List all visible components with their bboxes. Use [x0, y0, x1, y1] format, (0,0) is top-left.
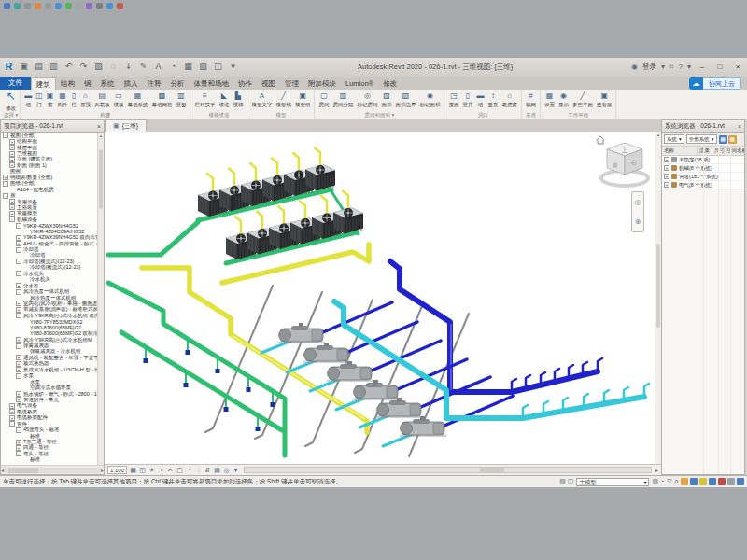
- expand-toggle-icon[interactable]: -: [16, 289, 21, 295]
- tree-item[interactable]: + 集成风冷水机组 - U3CM-H 型 - 恒温型 - 108-175-CN: [1, 367, 97, 372]
- desktop-toolbar-icon[interactable]: [35, 3, 41, 9]
- view-control-icon[interactable]: ◑: [157, 466, 165, 474]
- scale-control[interactable]: 1:100: [107, 466, 127, 474]
- ribbon-tab[interactable]: 钢: [79, 77, 96, 90]
- scrollbar-thumb[interactable]: [8, 468, 38, 473]
- qat-button-icon[interactable]: ▤: [33, 61, 45, 73]
- navigation-bar[interactable]: ◎⊕: [631, 191, 644, 232]
- ribbon-tab[interactable]: 建筑: [31, 77, 56, 90]
- ribbon-button[interactable]: ↕垂直: [486, 91, 500, 112]
- tree-item[interactable]: 标准: [1, 457, 97, 463]
- expand-toggle-icon[interactable]: +: [16, 355, 21, 360]
- ribbon-button[interactable]: ▣查看器: [595, 91, 614, 112]
- design-option-icon[interactable]: ◔: [660, 478, 664, 485]
- expand-toggle-icon[interactable]: +: [9, 415, 15, 421]
- expand-toggle-icon[interactable]: +: [9, 157, 15, 162]
- expand-toggle-icon[interactable]: +: [3, 175, 8, 180]
- workset-select[interactable]: 主模型▾: [576, 478, 649, 486]
- view-control-icon[interactable]: ▾: [232, 466, 240, 474]
- selection-toggle-icon[interactable]: [690, 478, 698, 485]
- ribbon-button[interactable]: ⌂屋顶: [78, 91, 92, 112]
- design-option-icon[interactable]: ▨: [652, 478, 658, 485]
- desktop-toolbar-icon[interactable]: [24, 3, 31, 9]
- viewcube-right-label[interactable]: 右: [630, 159, 637, 166]
- model-pipes-blue[interactable]: [323, 261, 602, 426]
- ribbon-button[interactable]: ◉显示: [557, 91, 571, 112]
- viewcube-home-icon[interactable]: [597, 136, 604, 144]
- ribbon-tab[interactable]: 附加模块: [303, 77, 341, 90]
- desktop-toolbar-icon[interactable]: [14, 3, 21, 9]
- qat-button-icon[interactable]: ▾: [227, 61, 239, 73]
- column-header[interactable]: 名称: [662, 147, 698, 155]
- ribbon-button[interactable]: ▥房间分隔: [331, 91, 355, 112]
- expand-toggle-icon[interactable]: -: [16, 451, 21, 456]
- expand-toggle-icon[interactable]: +: [16, 391, 21, 397]
- project-browser-hscrollbar[interactable]: ◂ ▸: [1, 465, 104, 474]
- ribbon-button[interactable]: ◉标记面积: [417, 91, 442, 112]
- close-icon[interactable]: ×: [97, 123, 101, 130]
- ribbon-button[interactable]: A模型文字: [249, 91, 274, 112]
- view-by-select[interactable]: 系统▾: [664, 134, 684, 144]
- system-browser-tool-icon[interactable]: ▦: [728, 135, 737, 144]
- expand-toggle-icon[interactable]: +: [16, 445, 21, 451]
- view-control-icon[interactable]: ✂: [166, 466, 175, 474]
- qat-button-icon[interactable]: ▥: [48, 61, 60, 73]
- hscroll-right-arrow-icon[interactable]: ▸: [655, 467, 658, 473]
- ribbon-tab[interactable]: 分析: [166, 77, 190, 90]
- selection-toggle-icon[interactable]: [718, 478, 726, 485]
- expand-toggle-icon[interactable]: -: [3, 181, 8, 187]
- ribbon-button[interactable]: #轴网: [524, 91, 538, 112]
- canvas-hscrollbar[interactable]: [244, 467, 652, 473]
- expand-toggle-icon[interactable]: -: [16, 373, 21, 379]
- ribbon-button[interactable]: ↖修改: [4, 91, 18, 112]
- desktop-toolbar-icon[interactable]: [106, 3, 113, 9]
- expand-toggle-icon[interactable]: +: [9, 139, 15, 145]
- expand-toggle-icon[interactable]: -: [16, 247, 21, 253]
- ribbon-button[interactable]: ╱参照平面: [571, 91, 595, 112]
- canvas-vscrollbar[interactable]: ▴: [655, 132, 661, 464]
- expand-toggle-icon[interactable]: +: [664, 157, 669, 162]
- qat-button-icon[interactable]: ▣: [18, 61, 30, 73]
- column-header[interactable]: 空间名称: [725, 147, 744, 155]
- ribbon-tab[interactable]: 结构: [56, 77, 79, 90]
- tree-item[interactable]: + AHU - 组合式 - 四排管板 - 卧式 - 标准 - 2000 - 10…: [1, 241, 97, 246]
- viewcube-top-label[interactable]: 上: [621, 147, 627, 153]
- desktop-toolbar-icon[interactable]: [4, 3, 10, 9]
- expand-toggle-icon[interactable]: -: [9, 217, 15, 222]
- ribbon-button[interactable]: ▦设置: [543, 91, 557, 112]
- ribbon-button[interactable]: ▥竖梃: [174, 91, 188, 112]
- expand-toggle-icon[interactable]: +: [9, 409, 15, 414]
- ribbon-button[interactable]: ◎标记房间: [355, 91, 379, 112]
- ribbon-button[interactable]: ▯柱: [69, 91, 78, 112]
- qat-button-icon[interactable]: ▧: [92, 61, 105, 73]
- column-header[interactable]: 流量: [698, 147, 712, 155]
- expand-toggle-icon[interactable]: -: [16, 259, 21, 264]
- viewcube-front-label[interactable]: 前: [612, 162, 618, 168]
- ribbon-button[interactable]: ▭楼板: [111, 91, 125, 112]
- scrollbar-thumb[interactable]: [480, 468, 504, 472]
- navigation-tool-icon[interactable]: ◎: [635, 198, 641, 206]
- expand-toggle-icon[interactable]: +: [9, 145, 15, 150]
- ribbon-button[interactable]: ▦幕墙系统: [125, 91, 149, 112]
- expand-toggle-icon[interactable]: +: [9, 403, 15, 409]
- qat-button-icon[interactable]: ▨: [197, 61, 209, 73]
- minimize-button[interactable]: –: [696, 61, 709, 73]
- ribbon-button[interactable]: ▧面积边界: [393, 91, 417, 112]
- expand-toggle-icon[interactable]: +: [16, 337, 21, 343]
- expand-toggle-icon[interactable]: +: [9, 151, 15, 157]
- titlebar-icon[interactable]: ▾: [687, 63, 691, 72]
- restore-button[interactable]: □: [713, 61, 726, 73]
- project-browser-header[interactable]: 项目浏览器 - 026-1.rvt ×: [1, 120, 104, 133]
- viewcube[interactable]: 上 前 右: [597, 136, 648, 186]
- ribbon-button[interactable]: ◳按面: [446, 91, 460, 112]
- discipline-select[interactable]: 全部系统▾: [686, 134, 717, 144]
- desktop-toolbar-icon[interactable]: [65, 3, 72, 9]
- expand-toggle-icon[interactable]: -: [16, 427, 21, 433]
- ribbon-button[interactable]: ▬墙: [474, 91, 486, 112]
- selection-toggle-icon[interactable]: [699, 478, 707, 485]
- expand-toggle-icon[interactable]: +: [664, 165, 669, 171]
- scrollbar-thumb[interactable]: [656, 244, 660, 328]
- selection-toggle-icon[interactable]: [737, 478, 744, 485]
- system-browser-tool-icon[interactable]: ▦: [719, 135, 727, 144]
- expand-toggle-icon[interactable]: +: [16, 307, 21, 313]
